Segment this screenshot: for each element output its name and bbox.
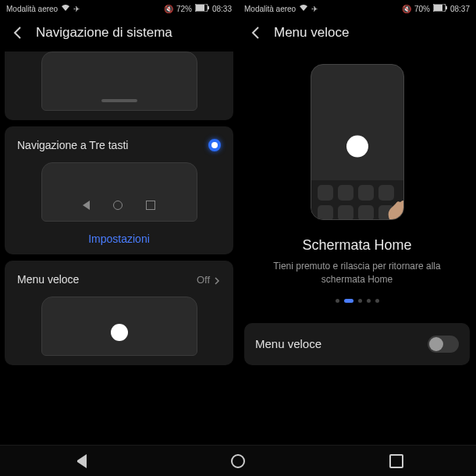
tutorial-illustration (311, 64, 404, 220)
hand-pointer-icon (382, 188, 404, 220)
floating-dot-icon (111, 324, 128, 341)
toggle-label: Menu veloce (255, 337, 321, 350)
airplane-mode-label: Modalità aereo (6, 5, 58, 13)
page-title: Navigazione di sistema (36, 25, 172, 41)
nav-home-icon[interactable] (231, 454, 245, 468)
mute-icon: 🔇 (164, 5, 173, 13)
page-indicator[interactable] (336, 299, 379, 303)
page-title: Menu veloce (274, 25, 349, 41)
status-bar: Modalità aereo ✈ 🔇 70% 08:37 (238, 0, 476, 17)
radio-selected-icon[interactable] (208, 139, 221, 151)
clock-label: 08:33 (212, 5, 232, 13)
settings-link[interactable]: Impostazioni (12, 233, 226, 245)
nav-home-icon (113, 201, 123, 210)
quick-menu-option-card[interactable]: Menu veloce Off (5, 261, 233, 365)
quick-menu-label: Menu veloce (17, 273, 79, 286)
three-key-preview (41, 162, 197, 222)
floating-dot-icon (346, 136, 368, 158)
quick-menu-state: Off (197, 274, 210, 286)
clock-label: 08:37 (450, 5, 470, 13)
nav-recent-icon[interactable] (389, 454, 403, 468)
screen-quick-menu: Modalità aereo ✈ 🔇 70% 08:37 Menu veloce (238, 0, 476, 445)
back-icon[interactable] (249, 26, 263, 40)
wifi-icon (299, 4, 308, 13)
status-bar: Modalità aereo ✈ 🔇 72% 08:33 (0, 0, 238, 17)
three-key-option-card[interactable]: Navigazione a Tre tasti Impostazioni (5, 126, 233, 254)
airplane-icon: ✈ (73, 5, 80, 13)
battery-icon (433, 4, 447, 13)
three-key-label: Navigazione a Tre tasti (17, 139, 128, 151)
svg-rect-5 (446, 6, 447, 9)
quick-menu-toggle-row[interactable]: Menu veloce (244, 323, 470, 365)
nav-back-icon[interactable] (73, 454, 87, 468)
battery-label: 70% (414, 5, 430, 13)
airplane-icon: ✈ (311, 5, 318, 13)
svg-rect-2 (208, 6, 209, 9)
gesture-option-card[interactable] (5, 52, 233, 120)
mute-icon: 🔇 (402, 5, 411, 13)
tutorial-title: Schermata Home (302, 237, 411, 254)
gesture-preview (41, 52, 197, 111)
tutorial-description: Tieni premuto e rilascia per ritornare a… (264, 260, 451, 286)
system-nav-bar (0, 445, 476, 476)
screen-system-navigation: Modalità aereo ✈ 🔇 72% 08:33 Navigazione… (0, 0, 238, 445)
svg-rect-4 (434, 5, 442, 11)
svg-rect-1 (196, 5, 204, 11)
back-icon[interactable] (11, 26, 25, 40)
quick-menu-preview (41, 297, 197, 356)
battery-label: 72% (176, 5, 192, 13)
battery-icon (195, 4, 209, 13)
airplane-mode-label: Modalità aereo (244, 5, 296, 13)
nav-recent-icon (146, 201, 155, 210)
chevron-right-icon (213, 275, 221, 283)
wifi-icon (61, 4, 70, 13)
nav-back-icon (83, 201, 90, 210)
toggle-switch[interactable] (428, 336, 459, 353)
